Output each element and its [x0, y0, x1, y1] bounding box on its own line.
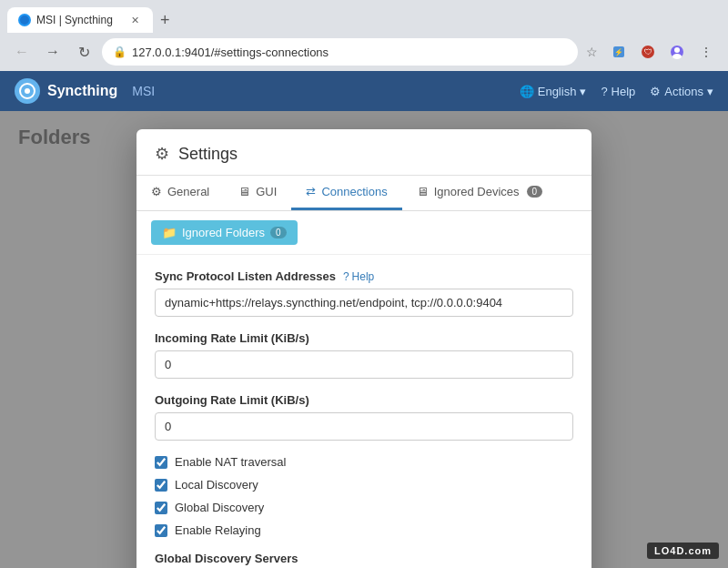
- modal-overlay: ⚙ Settings ⚙ General 🖥 GUI ⇄ Conne: [0, 111, 728, 568]
- ignored-folders-badge: 0: [270, 227, 287, 238]
- back-button[interactable]: ←: [9, 39, 35, 65]
- address-text: 127.0.0.1:9401/#settings-connections: [132, 46, 567, 59]
- settings-gear-icon: ⚙: [155, 144, 169, 164]
- browser-tab[interactable]: MSI | Syncthing ✕: [7, 7, 153, 33]
- listen-addresses-label-row: Sync Protocol Listen Addresses ? Help: [155, 269, 573, 283]
- instance-name: MSI: [132, 84, 155, 98]
- language-button[interactable]: 🌐 English ▾: [520, 85, 587, 98]
- modal-body: Sync Protocol Listen Addresses ? Help In…: [136, 255, 592, 568]
- logo-icon: [15, 78, 40, 104]
- tab-close-button[interactable]: ✕: [127, 13, 142, 27]
- nat-traversal-label: Enable NAT traversal: [175, 455, 286, 469]
- tab-title: MSI | Syncthing: [36, 14, 122, 26]
- connections-tab-label: Connections: [321, 185, 387, 198]
- lock-icon: 🔒: [113, 46, 126, 58]
- svg-point-7: [672, 54, 682, 59]
- listen-addresses-help[interactable]: ? Help: [343, 270, 374, 283]
- address-bar[interactable]: 🔒 127.0.0.1:9401/#settings-connections: [102, 38, 578, 66]
- reload-button[interactable]: ↻: [71, 39, 96, 65]
- global-discovery-checkbox[interactable]: [155, 502, 167, 514]
- outgoing-rate-section: Outgoing Rate Limit (KiB/s): [155, 393, 573, 441]
- ignored-devices-tab-label: Ignored Devices: [434, 185, 520, 198]
- svg-point-0: [20, 15, 29, 25]
- tab-gui[interactable]: 🖥 GUI: [224, 176, 291, 210]
- listen-addresses-section: Sync Protocol Listen Addresses ? Help: [155, 269, 573, 317]
- enable-relaying-label: Enable Relaying: [175, 523, 261, 537]
- gui-tab-label: GUI: [256, 185, 277, 198]
- svg-text:⚡: ⚡: [614, 47, 623, 56]
- extension-icon-2[interactable]: 🛡: [635, 39, 661, 65]
- settings-modal: ⚙ Settings ⚙ General 🖥 GUI ⇄ Conne: [136, 129, 592, 568]
- modal-title: Settings: [178, 145, 238, 164]
- actions-button[interactable]: ⚙ Actions ▾: [650, 85, 713, 98]
- actions-label: Actions: [664, 85, 703, 98]
- modal-header: ⚙ Settings: [136, 129, 592, 176]
- menu-button[interactable]: ⋮: [693, 39, 719, 65]
- ignored-folders-subtab[interactable]: 📁 Ignored Folders 0: [151, 220, 298, 245]
- help-label-text: Help: [352, 270, 375, 283]
- incoming-rate-input[interactable]: [155, 350, 573, 379]
- enable-relaying-row: Enable Relaying: [155, 523, 573, 537]
- outgoing-rate-input[interactable]: [155, 412, 573, 441]
- tab-favicon: [18, 14, 31, 26]
- listen-addresses-label: Sync Protocol Listen Addresses: [155, 269, 336, 283]
- global-discovery-servers-label-row: Global Discovery Servers: [155, 552, 573, 565]
- tabs-row: ⚙ General 🖥 GUI ⇄ Connections 🖥 Ignored …: [136, 176, 592, 211]
- listen-addresses-input[interactable]: [155, 289, 573, 317]
- outgoing-rate-label: Outgoing Rate Limit (KiB/s): [155, 393, 309, 407]
- svg-point-9: [25, 88, 30, 94]
- ignored-devices-tab-icon: 🖥: [417, 185, 429, 198]
- general-tab-icon: ⚙: [151, 185, 162, 198]
- global-discovery-servers-section: Global Discovery Servers: [155, 552, 573, 568]
- local-discovery-label: Local Discovery: [175, 478, 258, 492]
- actions-chevron: ▾: [707, 85, 713, 98]
- checkboxes-section: Enable NAT traversal Local Discovery Glo…: [155, 455, 573, 537]
- ignored-devices-badge: 0: [527, 186, 543, 198]
- svg-text:🛡: 🛡: [644, 47, 652, 56]
- general-tab-label: General: [167, 185, 209, 198]
- global-discovery-servers-label: Global Discovery Servers: [155, 552, 298, 565]
- watermark: LO4D.com: [647, 543, 719, 559]
- connections-tab-icon: ⇄: [306, 185, 316, 198]
- nat-traversal-row: Enable NAT traversal: [155, 455, 573, 469]
- help-label: Help: [612, 85, 636, 98]
- language-chevron: ▾: [580, 85, 586, 98]
- globe-icon: 🌐: [520, 85, 534, 98]
- gear-icon: ⚙: [650, 85, 661, 98]
- help-icon: ?: [601, 85, 607, 98]
- folder-icon: 📁: [162, 226, 177, 239]
- outgoing-rate-label-row: Outgoing Rate Limit (KiB/s): [155, 393, 573, 407]
- tab-connections[interactable]: ⇄ Connections: [291, 176, 401, 210]
- app-name: Syncthing: [47, 83, 117, 99]
- global-discovery-row: Global Discovery: [155, 501, 573, 514]
- subtabs-row: 📁 Ignored Folders 0: [136, 211, 592, 255]
- app-header: Syncthing MSI 🌐 English ▾ ? Help ⚙ Actio…: [0, 71, 728, 111]
- header-actions: 🌐 English ▾ ? Help ⚙ Actions ▾: [520, 85, 713, 98]
- forward-button[interactable]: →: [40, 39, 66, 65]
- extension-icon-1[interactable]: ⚡: [606, 39, 632, 65]
- incoming-rate-label: Incoming Rate Limit (KiB/s): [155, 331, 309, 345]
- bookmark-button[interactable]: ☆: [583, 45, 601, 59]
- gui-tab-icon: 🖥: [238, 185, 250, 198]
- profile-icon[interactable]: [664, 39, 690, 65]
- question-icon: ?: [343, 270, 349, 283]
- global-discovery-label: Global Discovery: [175, 501, 264, 514]
- svg-point-6: [674, 47, 680, 53]
- local-discovery-checkbox[interactable]: [155, 479, 167, 492]
- new-tab-button[interactable]: +: [153, 7, 177, 33]
- tab-ignored-devices[interactable]: 🖥 Ignored Devices 0: [402, 176, 558, 210]
- incoming-rate-section: Incoming Rate Limit (KiB/s): [155, 331, 573, 379]
- help-button[interactable]: ? Help: [601, 85, 635, 98]
- enable-relaying-checkbox[interactable]: [155, 524, 167, 537]
- app-logo: Syncthing MSI: [15, 78, 155, 104]
- local-discovery-row: Local Discovery: [155, 478, 573, 492]
- nat-traversal-checkbox[interactable]: [155, 456, 167, 469]
- language-label: English: [538, 85, 577, 98]
- tab-general[interactable]: ⚙ General: [136, 176, 224, 210]
- ignored-folders-label: Ignored Folders: [182, 226, 265, 239]
- incoming-rate-label-row: Incoming Rate Limit (KiB/s): [155, 331, 573, 345]
